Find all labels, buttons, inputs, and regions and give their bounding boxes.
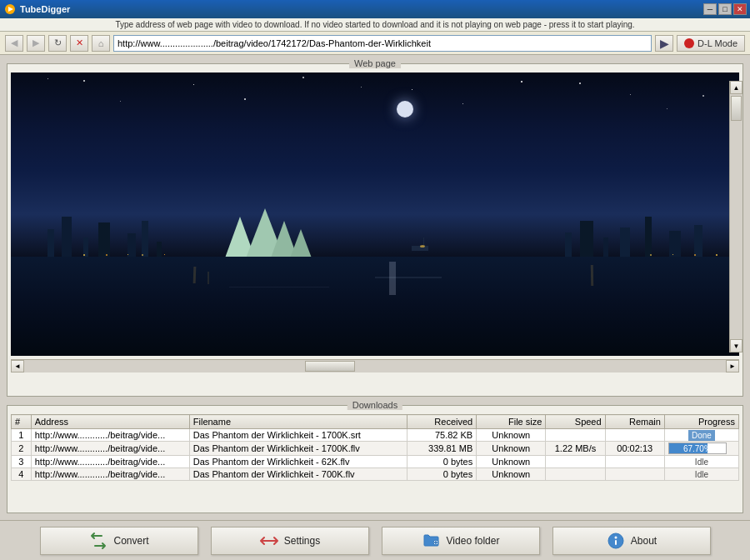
progress-idle: Idle: [695, 458, 708, 467]
hint-text: Type address of web page with video to d…: [115, 20, 634, 29]
table-row[interactable]: 3 http://www............/beitrag/vide...…: [12, 456, 739, 468]
col-header-num: #: [12, 415, 32, 429]
settings-label: Settings: [284, 535, 320, 547]
col-header-speed: Speed: [546, 415, 605, 429]
app-icon: [3, 2, 17, 16]
scroll-thumb[interactable]: [731, 96, 742, 121]
col-header-progress: Progress: [664, 415, 738, 429]
cell-speed: [546, 456, 605, 468]
table-row[interactable]: 1 http://www............/beitrag/vide...…: [12, 429, 739, 442]
title-bar-controls: ─ □ ✕: [703, 3, 747, 15]
dl-mode-button[interactable]: D-L Mode: [677, 35, 745, 52]
cell-remain: 00:02:13: [605, 442, 664, 456]
hscroll-track[interactable]: [24, 360, 726, 372]
cell-address: http://www............/beitrag/vide...: [31, 456, 189, 468]
cell-filename: Das Phantom der Wirklichkeit - 62K.flv: [189, 456, 407, 468]
webpage-section: Web page: [7, 63, 743, 397]
video-frame: [11, 72, 739, 356]
cell-received: 0 bytes: [408, 468, 477, 481]
close-button[interactable]: ✕: [733, 3, 747, 15]
downloads-inner: # Address Filename Received File size Sp…: [8, 406, 742, 484]
convert-icon: [88, 531, 108, 551]
scroll-down-button[interactable]: ▼: [730, 339, 742, 352]
about-icon: [606, 531, 626, 551]
webpage-label: Web page: [349, 58, 401, 68]
table-row[interactable]: 4 http://www............/beitrag/vide...…: [12, 468, 739, 481]
skyline-layer: [11, 212, 739, 262]
settings-icon: [259, 531, 279, 551]
cell-progress: 67.70%: [664, 442, 738, 456]
progress-done: Done: [688, 430, 715, 441]
video-folder-label: Video folder: [447, 535, 500, 547]
go-button[interactable]: ▶: [655, 35, 673, 52]
settings-button[interactable]: Settings: [211, 527, 369, 555]
col-header-filename: Filename: [189, 415, 407, 429]
hscroll-right-button[interactable]: ►: [726, 360, 739, 372]
svg-point-5: [614, 536, 617, 538]
cell-filesize: Unknown: [477, 442, 546, 456]
stop-button[interactable]: ✕: [70, 35, 88, 52]
svg-rect-6: [615, 540, 617, 545]
cell-num: 3: [12, 456, 32, 468]
col-header-remain: Remain: [605, 415, 664, 429]
boat: [412, 246, 428, 251]
dl-mode-label: D-L Mode: [698, 38, 738, 48]
about-label: About: [631, 535, 657, 547]
minimize-button[interactable]: ─: [703, 3, 717, 15]
cell-filename: Das Phantom der Wirklichkeit - 1700K.flv: [189, 442, 407, 456]
convert-label: Convert: [113, 535, 148, 547]
title-bar-left: TubeDigger: [3, 2, 70, 16]
hscroll-left-button[interactable]: ◄: [11, 360, 24, 372]
progress-idle: Idle: [695, 470, 708, 479]
title-bar: TubeDigger ─ □ ✕: [0, 0, 750, 18]
cell-speed: [546, 429, 605, 442]
water-layer: [11, 257, 739, 356]
col-header-address: Address: [31, 415, 189, 429]
cell-num: 2: [12, 442, 32, 456]
cell-num: 4: [12, 468, 32, 481]
bottom-toolbar: Convert Settings Video folder: [0, 520, 750, 560]
hscroll-thumb[interactable]: [305, 361, 355, 372]
refresh-button[interactable]: ↻: [48, 35, 67, 52]
cell-received: 0 bytes: [408, 456, 477, 468]
cell-address: http://www............/beitrag/vide...: [31, 468, 189, 481]
video-folder-button[interactable]: Video folder: [382, 527, 540, 555]
about-button[interactable]: About: [552, 527, 711, 555]
downloads-section: Downloads # Address Filename Received Fi…: [7, 405, 743, 513]
cell-filesize: Unknown: [477, 456, 546, 468]
cell-speed: 1.22 MB/s: [546, 442, 605, 456]
forward-button[interactable]: ▶: [27, 35, 45, 52]
home-button[interactable]: ⌂: [92, 35, 110, 52]
vertical-scrollbar[interactable]: ▲ ▼: [729, 81, 742, 352]
table-row[interactable]: 2 http://www............/beitrag/vide...…: [12, 442, 739, 456]
hint-bar: Type address of web page with video to d…: [0, 18, 750, 32]
cell-remain: [605, 456, 664, 468]
cell-received: 339.81 MB: [408, 442, 477, 456]
url-input[interactable]: [113, 35, 652, 52]
cell-remain: [605, 468, 664, 481]
maximize-button[interactable]: □: [718, 3, 732, 15]
progress-bar: 67.70%: [668, 442, 727, 454]
progress-text: 67.70%: [669, 443, 726, 453]
nav-bar: ◀ ▶ ↻ ✕ ⌂ ▶ D-L Mode: [0, 32, 750, 55]
cell-filename: Das Phantom der Wirklichkeit - 1700K.srt: [189, 429, 407, 442]
scroll-up-button[interactable]: ▲: [730, 81, 742, 94]
downloads-label: Downloads: [348, 400, 402, 410]
col-header-filesize: File size: [477, 415, 546, 429]
cell-num: 1: [12, 429, 32, 442]
cell-progress: Idle: [664, 468, 738, 481]
dl-mode-icon: [684, 38, 694, 48]
back-button[interactable]: ◀: [5, 35, 23, 52]
horizontal-scrollbar[interactable]: ◄ ►: [11, 359, 739, 372]
cell-address: http://www............/beitrag/vide...: [31, 442, 189, 456]
cell-remain: [605, 429, 664, 442]
stars-layer: [11, 72, 739, 214]
cell-filesize: Unknown: [477, 468, 546, 481]
cell-progress: Done: [664, 429, 738, 442]
cell-speed: [546, 468, 605, 481]
folder-icon: [422, 531, 442, 551]
scroll-track[interactable]: [730, 94, 742, 339]
table-header-row: # Address Filename Received File size Sp…: [12, 415, 739, 429]
convert-button[interactable]: Convert: [40, 527, 198, 555]
col-header-received: Received: [408, 415, 477, 429]
